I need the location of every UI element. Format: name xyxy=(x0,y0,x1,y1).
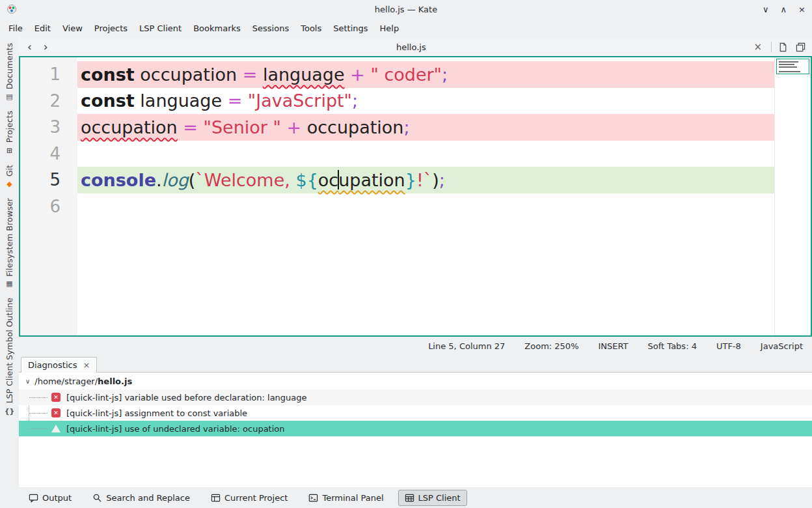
back-button[interactable]: ‹ xyxy=(21,42,38,53)
code-token: const xyxy=(81,91,135,111)
line-number: 2 xyxy=(20,91,77,111)
code-token xyxy=(257,64,263,85)
menu-item-projects[interactable]: Projects xyxy=(88,21,133,36)
toolview-button-projects[interactable]: Projects⊞ xyxy=(5,111,14,154)
terminal-icon xyxy=(308,493,318,503)
menu-item-lsp-client[interactable]: LSP Client xyxy=(133,21,187,36)
code-line-6[interactable]: 6 xyxy=(20,193,811,220)
status-soft-tabs[interactable]: Soft Tabs: 4 xyxy=(648,341,697,351)
code-token: oc xyxy=(318,170,338,190)
code-token: } xyxy=(405,170,416,190)
window-title: hello.js — Kate xyxy=(0,5,812,14)
code-line-5[interactable]: 5console.log(`Welcome, ${ocupation}!`); xyxy=(20,167,811,193)
line-number: 4 xyxy=(20,144,77,163)
tab-hello-js[interactable]: hello.js × xyxy=(54,38,768,56)
menu-item-edit[interactable]: Edit xyxy=(29,21,57,36)
status-input-mode[interactable]: INSERT xyxy=(599,341,629,351)
code-line-1[interactable]: 1const occupation = language + " coder"; xyxy=(20,61,811,88)
status-cursor-position[interactable]: Line 5, Column 27 xyxy=(428,341,505,351)
toolview-label: Git xyxy=(5,165,14,176)
minimap-scrollbar[interactable] xyxy=(774,57,811,335)
code-token xyxy=(365,64,371,85)
line-content: occupation = "Senior " + occupation; xyxy=(77,114,811,141)
code-token: ; xyxy=(442,64,448,85)
line-number: 5 xyxy=(20,170,77,190)
panel-button-current-project[interactable]: Current Project xyxy=(204,490,294,506)
panel-button-terminal-panel[interactable]: Terminal Panel xyxy=(302,490,390,506)
toolview-button-documents[interactable]: Documents▤ xyxy=(5,43,14,101)
left-toolview-bar: Documents▤Projects⊞Git◆Filesystem Browse… xyxy=(0,38,19,487)
panel-button-label: Current Project xyxy=(224,493,288,503)
code-token: "JavaScript" xyxy=(248,91,352,111)
toolview-button-filesystem-browser[interactable]: Filesystem Browser▦ xyxy=(5,198,14,289)
tab-close-icon[interactable]: × xyxy=(747,41,768,53)
menu-item-view[interactable]: View xyxy=(57,21,88,36)
diagnostics-items: ✕[quick-lint-js] variable used before de… xyxy=(19,389,812,436)
code-token: "Senior " xyxy=(204,117,281,137)
menu-item-bookmarks[interactable]: Bookmarks xyxy=(187,21,247,36)
line-content xyxy=(77,141,811,167)
status-syntax-mode[interactable]: JavaScript xyxy=(761,341,803,351)
menu-item-settings[interactable]: Settings xyxy=(327,21,373,36)
diagnostics-file-row[interactable]: ∨ /home/strager/hello.js xyxy=(19,373,812,389)
code-token xyxy=(178,117,183,137)
code-token: = xyxy=(228,91,243,111)
code-token xyxy=(281,117,287,137)
toolview-button-git[interactable]: Git◆ xyxy=(5,165,14,188)
editor[interactable]: 1const occupation = language + " coder";… xyxy=(19,56,812,337)
panel-button-output[interactable]: Output xyxy=(22,490,78,506)
tab-diagnostics[interactable]: Diagnostics × xyxy=(21,357,97,373)
line-content: const occupation = language + " coder"; xyxy=(77,61,811,88)
code-token: occupation xyxy=(135,64,243,85)
maximize-button[interactable]: ∧ xyxy=(781,5,787,14)
code-token: ) xyxy=(432,170,439,190)
code-token: ${ xyxy=(295,170,318,190)
error-icon: ✕ xyxy=(51,408,61,417)
diagnostics-tab-close-icon[interactable]: × xyxy=(83,360,90,370)
line-content: const language = "JavaScript"; xyxy=(77,88,811,115)
toolview-label: LSP Client Symbol Outline xyxy=(5,298,14,403)
minimap-view-rect xyxy=(776,59,809,74)
diagnostic-item[interactable]: ✕[quick-lint-js] assignment to const var… xyxy=(19,405,812,421)
split-view-icon[interactable] xyxy=(792,42,809,52)
code-token: console xyxy=(81,170,156,190)
diagnostic-item[interactable]: [quick-lint-js] use of undeclared variab… xyxy=(19,421,812,436)
code-token: ; xyxy=(352,91,358,111)
diagnostics-panel: Diagnostics × ∨ /home/strager/hello.js ✕… xyxy=(19,355,812,487)
code-line-3[interactable]: 3occupation = "Senior " + occupation; xyxy=(20,114,811,141)
panel-button-search-and-replace[interactable]: Search and Replace xyxy=(86,490,196,506)
expander-icon[interactable]: ∨ xyxy=(25,378,30,385)
code-area[interactable]: 1const occupation = language + " coder";… xyxy=(20,61,811,219)
bottom-toolbar: OutputSearch and ReplaceCurrent ProjectT… xyxy=(0,487,812,508)
diagnostic-item[interactable]: ✕[quick-lint-js] variable used before de… xyxy=(19,389,812,405)
code-token xyxy=(198,117,204,137)
code-token: ; xyxy=(439,170,445,190)
menu-item-sessions[interactable]: Sessions xyxy=(247,21,295,36)
code-token: const xyxy=(81,64,135,85)
toolview-button-lsp-client-symbol-outline[interactable]: LSP Client Symbol Outline{} xyxy=(5,298,15,415)
titlebar[interactable]: hello.js — Kate ∨ ∧ × xyxy=(0,0,812,18)
code-token: `Welcome, xyxy=(195,170,295,190)
tabbar: ‹ › hello.js × xyxy=(19,38,812,56)
menu-item-file[interactable]: File xyxy=(3,21,29,36)
code-token: = xyxy=(243,64,258,85)
output-icon xyxy=(29,493,38,503)
lsp-client-icon xyxy=(405,493,414,503)
diagnostic-text: [quick-lint-js] variable used before dec… xyxy=(66,393,307,402)
toolview-label: Projects xyxy=(5,111,14,143)
forward-button[interactable]: › xyxy=(38,42,54,53)
status-zoom[interactable]: Zoom: 250% xyxy=(524,341,578,351)
minimize-button[interactable]: ∨ xyxy=(763,5,769,14)
menu-item-tools[interactable]: Tools xyxy=(295,21,327,36)
current-project-icon xyxy=(211,493,221,503)
code-line-2[interactable]: 2const language = "JavaScript"; xyxy=(20,88,811,115)
status-encoding[interactable]: UTF-8 xyxy=(716,341,741,351)
close-button[interactable]: × xyxy=(798,5,805,14)
new-document-icon[interactable] xyxy=(774,42,792,52)
code-token: . xyxy=(156,170,162,190)
kate-window: hello.js — Kate ∨ ∧ × FileEditViewProjec… xyxy=(0,0,812,508)
code-token xyxy=(242,91,248,111)
panel-button-lsp-client[interactable]: LSP Client xyxy=(398,490,467,506)
code-line-4[interactable]: 4 xyxy=(20,141,811,167)
menu-item-help[interactable]: Help xyxy=(374,21,405,36)
